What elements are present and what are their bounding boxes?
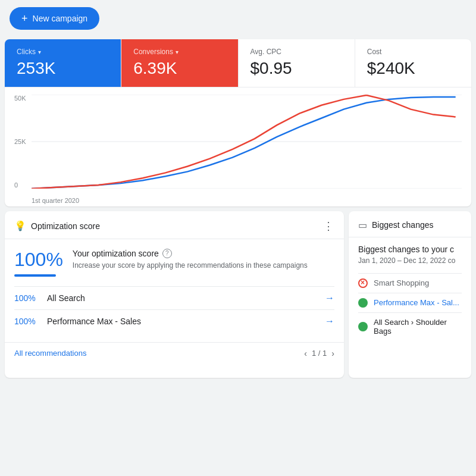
lightbulb-icon: 💡 bbox=[14, 220, 26, 231]
score-desc-text: Increase your score by applying the reco… bbox=[73, 261, 308, 271]
score-row-all-search[interactable]: 100% All Search → bbox=[14, 286, 334, 309]
biggest-changes-header: ▭ Biggest changes bbox=[349, 211, 471, 237]
optimization-panel: 💡 Optimization score ⋮ 100% Your optimiz… bbox=[5, 211, 344, 378]
clicks-dropdown-arrow: ▾ bbox=[38, 49, 41, 55]
chart-x-label: 1st quarter 2020 bbox=[32, 197, 79, 204]
biggest-changes-body: Biggest changes to your c Jan 1, 2020 – … bbox=[349, 237, 471, 347]
biggest-changes-panel: ▭ Biggest changes Biggest changes to you… bbox=[349, 211, 471, 378]
score-description: Your optimization score ? Increase your … bbox=[73, 249, 308, 277]
next-page-arrow[interactable]: › bbox=[331, 349, 334, 358]
metrics-row: Clicks ▾ 253K Conversions ▾ 6.39K Avg. C… bbox=[5, 39, 471, 87]
row-label-performance-max: Performance Max - Sales bbox=[47, 317, 325, 326]
prev-page-arrow[interactable]: ‹ bbox=[304, 349, 307, 358]
change-item-all-search-shoulder-bags: All Search › Shoulder Bags bbox=[358, 312, 462, 340]
change-label-smart-shopping: Smart Shopping bbox=[374, 278, 429, 287]
biggest-changes-header-left: ▭ Biggest changes bbox=[358, 220, 434, 231]
biggest-changes-date: Jan 1, 2020 – Dec 12, 2022 co bbox=[358, 256, 462, 265]
row-label-all-search: All Search bbox=[47, 293, 325, 303]
score-desc-title: Your optimization score ? bbox=[73, 249, 308, 258]
pagination-text: 1 / 1 bbox=[312, 349, 327, 358]
status-dot-red-x bbox=[358, 278, 368, 288]
arrow-icon-performance-max: → bbox=[325, 316, 334, 327]
metric-value-cost: $240K bbox=[367, 58, 459, 79]
opt-score-section: 100% Your optimization score ? Increase … bbox=[14, 249, 334, 277]
status-dot-green-all-search bbox=[358, 322, 368, 331]
optimization-panel-body: 100% Your optimization score ? Increase … bbox=[5, 239, 344, 342]
metric-card-avg-cpc: Avg. CPC $0.95 bbox=[239, 39, 355, 87]
conversions-dropdown-arrow: ▾ bbox=[176, 49, 178, 55]
plus-icon: + bbox=[21, 13, 28, 24]
big-score-value: 100% bbox=[14, 249, 63, 271]
metric-label-avg-cpc: Avg. CPC bbox=[250, 48, 343, 56]
top-bar: + New campaign bbox=[0, 0, 476, 37]
optimization-panel-header: 💡 Optimization score ⋮ bbox=[5, 211, 344, 239]
biggest-changes-body-title: Biggest changes to your c bbox=[358, 245, 462, 254]
bottom-panels: 💡 Optimization score ⋮ 100% Your optimiz… bbox=[5, 211, 471, 378]
chart-y-labels: 50K 25K 0 bbox=[14, 95, 26, 189]
metrics-section: Clicks ▾ 253K Conversions ▾ 6.39K Avg. C… bbox=[5, 39, 471, 206]
biggest-changes-title: Biggest changes bbox=[372, 220, 434, 230]
chart-y-label-50k: 50K bbox=[14, 95, 26, 102]
metric-label-cost: Cost bbox=[367, 48, 459, 56]
optimization-panel-title: Optimization score bbox=[31, 221, 100, 231]
pagination: ‹ 1 / 1 › bbox=[304, 349, 334, 358]
metric-card-clicks[interactable]: Clicks ▾ 253K bbox=[5, 39, 121, 87]
status-dot-green-performance bbox=[358, 298, 368, 308]
change-label-all-search-shoulder-bags: All Search › Shoulder Bags bbox=[374, 318, 462, 336]
change-label-performance-max: Performance Max - Sal... bbox=[374, 298, 459, 307]
chart-y-label-0: 0 bbox=[14, 181, 26, 189]
big-score-container: 100% bbox=[14, 249, 63, 277]
progress-bar-container bbox=[14, 274, 56, 277]
all-recommendations-link[interactable]: All recommendations bbox=[14, 349, 86, 358]
metric-value-avg-cpc: $0.95 bbox=[250, 58, 343, 79]
progress-bar-fill bbox=[14, 274, 56, 277]
new-campaign-label: New campaign bbox=[33, 14, 88, 23]
change-item-smart-shopping: Smart Shopping bbox=[358, 273, 462, 293]
metric-card-cost: Cost $240K bbox=[355, 39, 471, 87]
row-score-all-search: 100% bbox=[14, 293, 47, 303]
optimization-panel-menu[interactable]: ⋮ bbox=[323, 220, 334, 233]
score-row-performance-max[interactable]: 100% Performance Max - Sales → bbox=[14, 309, 334, 333]
change-item-performance-max[interactable]: Performance Max - Sal... bbox=[358, 293, 462, 312]
new-campaign-button[interactable]: + New campaign bbox=[10, 7, 99, 30]
help-icon[interactable]: ? bbox=[162, 249, 172, 258]
optimization-panel-header-left: 💡 Optimization score bbox=[14, 220, 100, 231]
metric-label-conversions: Conversions ▾ bbox=[133, 48, 226, 56]
row-score-performance-max: 100% bbox=[14, 317, 47, 326]
metric-label-clicks: Clicks ▾ bbox=[17, 48, 109, 56]
chart-y-label-25k: 25K bbox=[14, 138, 26, 145]
metric-value-conversions: 6.39K bbox=[133, 58, 226, 79]
metric-value-clicks: 253K bbox=[17, 58, 109, 79]
arrow-icon-all-search: → bbox=[325, 293, 334, 303]
metric-card-conversions[interactable]: Conversions ▾ 6.39K bbox=[121, 39, 238, 87]
chart-svg-container bbox=[32, 95, 462, 189]
optimization-panel-footer: All recommendations ‹ 1 / 1 › bbox=[5, 342, 344, 364]
monitor-icon: ▭ bbox=[358, 220, 367, 231]
chart-area: 50K 25K 0 1st quarter 2020 bbox=[5, 87, 471, 206]
